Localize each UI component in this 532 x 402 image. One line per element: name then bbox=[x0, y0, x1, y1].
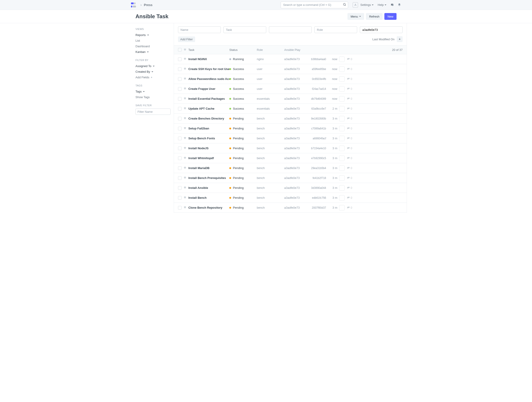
avatar-placeholder[interactable] bbox=[339, 106, 345, 111]
heart-icon[interactable] bbox=[184, 117, 188, 121]
sidebar-view-dashboard[interactable]: Dashboard bbox=[135, 44, 171, 49]
add-filter-button[interactable]: Add Filter bbox=[178, 37, 195, 42]
avatar-placeholder[interactable] bbox=[339, 166, 345, 171]
table-row[interactable]: Install NodeJS Pending bench a3adfe0e73 … bbox=[174, 143, 407, 153]
table-row[interactable]: Update APT Cache Success essentials a3ad… bbox=[174, 104, 407, 114]
play-cell[interactable]: a3adfe0e73 bbox=[284, 196, 307, 199]
hash-cell[interactable]: e7b92990c5 bbox=[307, 157, 326, 160]
row-count[interactable]: 20 of 37 bbox=[392, 48, 403, 51]
avatar-placeholder[interactable] bbox=[339, 146, 345, 151]
comments-cell[interactable]: 0 bbox=[345, 157, 352, 160]
refresh-button[interactable]: Refresh bbox=[366, 13, 383, 20]
table-row[interactable]: Install Bench Prerequisites Pending benc… bbox=[174, 173, 407, 183]
comments-cell[interactable]: 0 bbox=[345, 117, 352, 120]
col-role[interactable]: Role bbox=[257, 48, 284, 51]
new-button[interactable]: New bbox=[384, 13, 397, 20]
avatar-placeholder[interactable] bbox=[339, 116, 345, 121]
table-row[interactable]: Install Bench Pending bench a3adfe0e73 e… bbox=[174, 193, 407, 203]
hash-cell[interactable]: 0c6503e4fb bbox=[307, 77, 326, 81]
logo[interactable] bbox=[131, 2, 137, 7]
table-row[interactable]: Install Whtmltopdf Pending bench a3adfe0… bbox=[174, 153, 407, 163]
heart-icon[interactable] bbox=[184, 67, 188, 71]
heart-icon[interactable] bbox=[184, 77, 188, 81]
comments-cell[interactable]: 0 bbox=[345, 186, 352, 190]
comments-cell[interactable]: 0 bbox=[345, 147, 352, 150]
row-checkbox[interactable] bbox=[178, 77, 182, 81]
heart-icon[interactable] bbox=[184, 136, 188, 140]
hash-cell[interactable]: a59fee85be bbox=[307, 68, 326, 71]
task-name[interactable]: Create Benches Directory bbox=[188, 117, 229, 120]
bell-icon[interactable] bbox=[398, 3, 401, 6]
row-checkbox[interactable] bbox=[178, 137, 182, 140]
row-checkbox[interactable] bbox=[178, 117, 182, 121]
comments-cell[interactable]: 0 bbox=[345, 206, 352, 209]
sidebar-assigned-to[interactable]: Assigned To bbox=[135, 63, 171, 69]
play-cell[interactable]: a3adfe0e73 bbox=[284, 87, 307, 90]
sidebar-show-tags[interactable]: Show Tags bbox=[135, 94, 171, 100]
col-task[interactable]: Task bbox=[188, 48, 229, 51]
table-row[interactable]: Create Frappe User Success user a3adfe0e… bbox=[174, 84, 407, 94]
task-name[interactable]: Update APT Cache bbox=[188, 107, 229, 110]
task-name[interactable]: Create SSH Keys for root User bbox=[188, 67, 229, 71]
comments-cell[interactable]: 0 bbox=[345, 107, 352, 110]
play-cell[interactable]: a3adfe0e73 bbox=[284, 97, 307, 100]
play-cell[interactable]: a3adfe0e73 bbox=[284, 147, 307, 150]
row-checkbox[interactable] bbox=[178, 206, 182, 210]
search-icon[interactable] bbox=[343, 3, 346, 7]
heart-icon[interactable] bbox=[184, 107, 188, 110]
row-checkbox[interactable] bbox=[178, 97, 182, 101]
hash-cell[interactable]: 2007f90d37 bbox=[307, 206, 326, 209]
row-checkbox[interactable] bbox=[178, 147, 182, 150]
hash-cell[interactable]: f24ac7ad14 bbox=[307, 87, 326, 90]
sidebar-tags[interactable]: Tags bbox=[135, 89, 171, 94]
play-cell[interactable]: a3adfe0e73 bbox=[284, 156, 307, 160]
avatar-placeholder[interactable] bbox=[339, 66, 345, 72]
play-cell[interactable]: a3adfe0e73 bbox=[284, 127, 307, 130]
hash-cell[interactable]: b38bba4aa0 bbox=[307, 58, 326, 61]
sort-direction-button[interactable] bbox=[397, 36, 403, 42]
hash-cell[interactable]: 3d3890a044 bbox=[307, 186, 326, 190]
row-checkbox[interactable] bbox=[178, 107, 182, 110]
comments-cell[interactable]: 0 bbox=[345, 166, 352, 170]
heart-icon[interactable] bbox=[184, 97, 188, 101]
filter-id[interactable] bbox=[360, 26, 403, 33]
hash-cell[interactable]: a68604facf bbox=[307, 137, 326, 140]
task-name[interactable]: Install Bench bbox=[188, 196, 229, 199]
avatar-placeholder[interactable] bbox=[339, 205, 345, 211]
account-button[interactable]: A bbox=[353, 2, 358, 8]
task-name[interactable]: Install NGINX bbox=[188, 57, 229, 61]
table-row[interactable]: Allow Passwordless sudo Access Success u… bbox=[174, 74, 407, 84]
search-input[interactable] bbox=[281, 2, 348, 8]
row-checkbox[interactable] bbox=[178, 156, 182, 160]
col-play[interactable]: Ansible Play bbox=[284, 48, 307, 51]
task-name[interactable]: Clone Bench Repository bbox=[188, 206, 229, 209]
filter-name[interactable] bbox=[178, 26, 221, 33]
play-cell[interactable]: a3adfe0e73 bbox=[284, 176, 307, 180]
avatar-placeholder[interactable] bbox=[339, 76, 345, 82]
task-name[interactable]: Install Ansible bbox=[188, 186, 229, 190]
comments-cell[interactable]: 0 bbox=[345, 87, 352, 90]
sidebar-view-list[interactable]: List bbox=[135, 38, 171, 44]
avatar-placeholder[interactable] bbox=[339, 175, 345, 181]
row-checkbox[interactable] bbox=[178, 186, 182, 190]
heart-icon[interactable] bbox=[184, 146, 188, 150]
comments-cell[interactable]: 0 bbox=[345, 68, 352, 71]
avatar-placeholder[interactable] bbox=[339, 185, 345, 191]
row-checkbox[interactable] bbox=[178, 57, 182, 61]
row-checkbox[interactable] bbox=[178, 176, 182, 180]
table-row[interactable]: Setup Fail2ban Pending bench a3adfe0e73 … bbox=[174, 124, 407, 134]
hash-cell[interactable]: db79d64089 bbox=[307, 97, 326, 100]
heart-icon[interactable] bbox=[184, 166, 188, 170]
avatar-placeholder[interactable] bbox=[339, 136, 345, 141]
avatar-placeholder[interactable] bbox=[339, 126, 345, 131]
filter-task[interactable] bbox=[223, 26, 266, 33]
heart-icon[interactable] bbox=[184, 176, 188, 180]
play-cell[interactable]: a3adfe0e73 bbox=[284, 107, 307, 110]
hash-cell[interactable]: b7154a4e10 bbox=[307, 147, 326, 150]
table-row[interactable]: Setup Bench Fonts Pending bench a3adfe0e… bbox=[174, 134, 407, 143]
hash-cell[interactable]: fe41b2f718 bbox=[307, 177, 326, 180]
menu-button[interactable]: Menu bbox=[348, 13, 364, 20]
table-row[interactable]: Clone Bench Repository Pending bench a3a… bbox=[174, 203, 407, 213]
table-row[interactable]: Create SSH Keys for root User Success us… bbox=[174, 64, 407, 74]
sort-label[interactable]: Last Modified On bbox=[373, 38, 394, 41]
